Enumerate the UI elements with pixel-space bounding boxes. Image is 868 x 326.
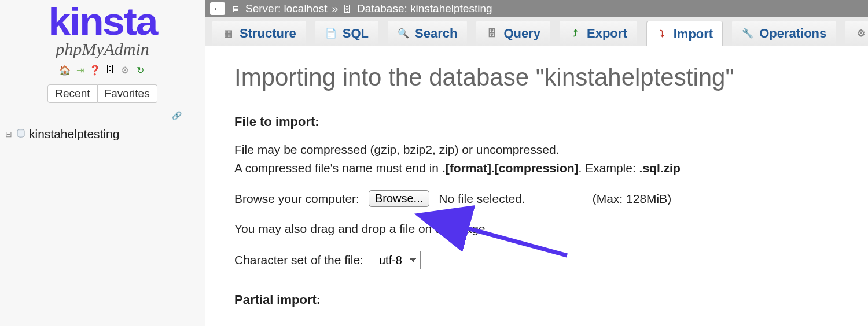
sidebar-toolbar: 🏠 ⇥ ❓ 🗄 ⚙ ↻: [58, 64, 146, 76]
tab-operations[interactable]: 🔧 Operations: [732, 20, 836, 46]
tab-label: SQL: [343, 26, 369, 41]
recent-favorites-group: Recent Favorites: [47, 84, 157, 103]
content: Importing into the database "kinstahelpt…: [205, 46, 868, 326]
db-tree: ⊟ kinstahelptesting: [0, 120, 205, 141]
logo-main: Kinsta: [48, 2, 157, 40]
breadcrumb: ← Server: localhost » Database: kinstahe…: [205, 0, 868, 17]
tabs: ▦ Structure 📄 SQL 🔍 Search 🗄 Query ⤴ Exp…: [205, 17, 868, 46]
page-title: Importing into the database "kinstahelpt…: [234, 64, 868, 91]
browse-button[interactable]: Browse...: [369, 190, 429, 207]
logo: Kinsta phpMyAdmin: [45, 0, 160, 59]
sidebar: Kinsta phpMyAdmin 🏠 ⇥ ❓ 🗄 ⚙ ↻ Recent Fav…: [0, 0, 205, 326]
settings-icon[interactable]: ⚙: [119, 64, 131, 76]
exit-icon[interactable]: ⇥: [73, 64, 86, 76]
help-icon[interactable]: ❓: [89, 64, 101, 76]
server-icon: [231, 2, 242, 15]
file-status: No file selected.: [439, 192, 525, 206]
db-tree-item-label: kinstahelptesting: [29, 127, 119, 141]
tab-label: Query: [503, 26, 540, 41]
breadcrumb-database[interactable]: Database: kinstahelptesting: [357, 2, 492, 15]
max-size: (Max: 128MiB): [593, 192, 672, 206]
main: ← Server: localhost » Database: kinstahe…: [205, 0, 868, 326]
tab-label: Import: [674, 27, 713, 42]
structure-icon: ▦: [222, 28, 234, 39]
hint-compression: File may be compressed (gzip, bzip2, zip…: [234, 143, 868, 157]
breadcrumb-separator: »: [332, 2, 339, 15]
charset-row: Character set of the file: utf-8: [234, 251, 868, 269]
section-file-to-import: File to import:: [234, 114, 868, 132]
charset-label: Character set of the file:: [234, 253, 363, 267]
query-icon: 🗄: [486, 28, 498, 39]
hint-naming: A compressed file's name must end in .[f…: [234, 161, 868, 175]
home-icon[interactable]: 🏠: [58, 64, 71, 76]
back-button[interactable]: ←: [210, 2, 225, 15]
tab-routines[interactable]: ⚙ Routi: [845, 20, 868, 46]
database-icon: [343, 2, 354, 15]
tab-search[interactable]: 🔍 Search: [388, 20, 467, 46]
db-tree-item[interactable]: ⊟ kinstahelptesting: [5, 127, 200, 141]
tab-label: Search: [415, 26, 457, 41]
section-partial-import: Partial import:: [234, 292, 868, 310]
file-picker-row: Browse your computer: Browse... No file …: [234, 190, 868, 207]
db-icon[interactable]: 🗄: [104, 64, 116, 76]
breadcrumb-server[interactable]: Server: localhost: [245, 2, 328, 15]
operations-icon: 🔧: [742, 28, 753, 39]
import-icon: ⤵: [656, 28, 668, 40]
recent-button[interactable]: Recent: [47, 84, 97, 103]
routines-icon: ⚙: [855, 28, 867, 39]
search-icon: 🔍: [398, 28, 409, 39]
tab-label: Operations: [759, 26, 826, 41]
tab-export[interactable]: ⤴ Export: [560, 20, 637, 46]
database-icon: [16, 127, 25, 141]
tab-structure[interactable]: ▦ Structure: [212, 20, 306, 46]
browse-label: Browse your computer:: [234, 192, 359, 206]
export-icon: ⤴: [569, 28, 581, 39]
charset-select[interactable]: utf-8: [373, 251, 421, 269]
tab-query[interactable]: 🗄 Query: [476, 20, 550, 46]
tree-toggle-icon[interactable]: ⊟: [5, 129, 13, 139]
sql-icon: 📄: [325, 28, 337, 39]
tab-label: Structure: [240, 26, 296, 41]
hint-dragdrop: You may also drag and drop a file on any…: [234, 222, 868, 236]
tab-sql[interactable]: 📄 SQL: [315, 20, 378, 46]
tab-import[interactable]: ⤵ Import: [646, 21, 723, 46]
favorites-button[interactable]: Favorites: [98, 84, 157, 103]
refresh-icon[interactable]: ↻: [134, 64, 146, 76]
tab-label: Export: [587, 26, 627, 41]
link-icon[interactable]: 🔗: [172, 111, 182, 120]
